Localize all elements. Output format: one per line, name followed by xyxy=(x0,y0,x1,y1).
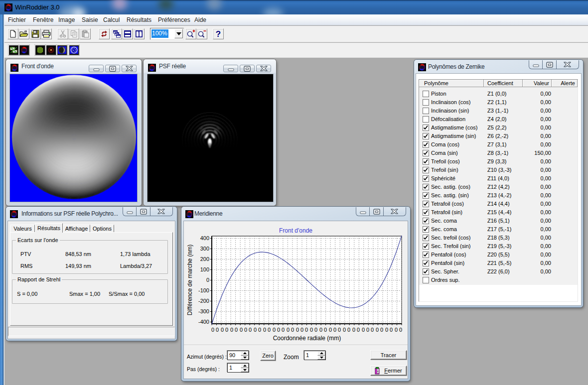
svg-text:-400: -400 xyxy=(198,319,209,325)
svg-text:-300: -300 xyxy=(198,308,209,314)
svg-text:200: 200 xyxy=(200,256,209,262)
svg-text:000000000000000000000000000000: 0000000000000000000000000000000000000000… xyxy=(211,327,402,333)
svg-text:400: 400 xyxy=(200,235,209,241)
svg-text:Coordonnée radiale (mm): Coordonnée radiale (mm) xyxy=(273,335,341,342)
svg-text:300: 300 xyxy=(200,246,209,252)
svg-text:100: 100 xyxy=(200,266,209,272)
svg-text:Différence de marche (nm): Différence de marche (nm) xyxy=(186,245,193,316)
svg-text:0: 0 xyxy=(206,277,209,283)
svg-text:-100: -100 xyxy=(198,287,209,293)
svg-text:?: ? xyxy=(216,29,221,38)
svg-text:-200: -200 xyxy=(198,298,209,304)
